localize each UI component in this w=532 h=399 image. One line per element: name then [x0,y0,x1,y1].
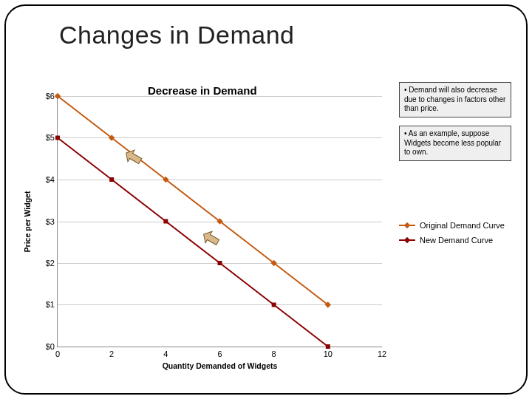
y-tick: $1 [37,300,55,309]
x-tick: 0 [55,349,60,358]
plot-area: $0 $1 $2 $3 $4 $5 $6 0 2 4 6 8 10 12 Qua… [57,96,382,347]
shift-arrow-icon [202,229,221,248]
x-tick: 4 [163,349,168,358]
chart-title: Decrease in Demand [148,84,257,97]
svg-rect-6 [55,136,60,140]
y-tick: $0 [37,342,55,351]
legend-label: Original Demand Curve [420,221,505,230]
legend-item-new: New Demand Curve [399,233,505,248]
chart-lines [58,96,382,347]
legend-swatch-icon [399,239,415,241]
legend-swatch-icon [399,225,415,226]
chart-legend: Original Demand Curve New Demand Curve [399,218,505,248]
x-tick: 10 [324,349,332,358]
y-tick: $6 [37,92,55,100]
svg-rect-8 [163,219,168,224]
svg-rect-7 [109,177,114,182]
svg-rect-10 [272,303,276,307]
y-axis-label: Price per Widget [23,191,32,253]
svg-marker-13 [202,229,221,248]
y-tick: $3 [37,217,55,226]
y-tick: $5 [37,133,55,142]
x-tick: 12 [378,349,386,358]
x-axis-label: Quantity Demanded of Widgets [163,361,278,370]
svg-rect-11 [326,344,330,349]
slide-title: Changes in Demand [59,21,294,50]
x-tick: 6 [217,349,222,358]
shift-arrow-icon [124,148,143,167]
demand-chart: Price per Widget $0 $1 $2 $3 $4 $5 $6 0 … [33,96,514,384]
svg-rect-9 [218,261,222,265]
x-tick: 2 [109,349,114,358]
y-tick: $2 [37,259,55,267]
svg-marker-12 [124,148,143,167]
legend-item-original: Original Demand Curve [399,218,505,233]
y-tick: $4 [37,175,55,184]
legend-label: New Demand Curve [420,236,493,245]
x-tick: 8 [272,349,276,358]
